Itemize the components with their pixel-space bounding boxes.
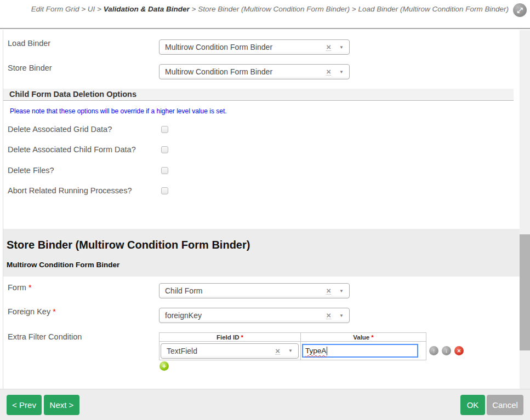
field-id-header-text: Field ID [216,334,240,341]
grid-header-row: Field ID* Value* [159,333,426,342]
plus-icon: + [162,362,167,370]
delete-grid-data-label: Delete Associated Grid Data? [8,125,112,134]
next-button[interactable]: Next > [44,395,79,415]
load-binder-label: Load Binder [8,39,50,48]
value-header-text: Value [353,334,369,341]
delete-child-form-data-checkbox[interactable] [161,146,168,153]
store-binder-section-band [3,229,520,277]
required-asterisk: * [371,334,373,341]
resize-dialog-button[interactable]: ⤢ [513,3,527,17]
foreign-key-label: Foreign Key * [8,307,56,316]
breadcrumb: Edit Form Grid > UI > Validation & Data … [16,4,509,14]
store-binder-label: Store Binder [8,64,52,72]
delete-grid-data-checkbox[interactable] [161,126,168,133]
store-binder-section-subtitle: Multirow Condition Form Binder [7,261,119,269]
scrollbar-thumb[interactable] [520,234,530,350]
chevron-down-icon[interactable]: ▼ [288,348,293,353]
foreign-key-select[interactable]: foreignKey × ▼ [159,308,350,323]
store-binder-section-title: Store Binder (Multirow Condition Form Bi… [7,239,250,251]
foreign-key-selected-value: foreignKey [165,311,326,320]
cancel-button[interactable]: Cancel [487,395,523,415]
clear-icon[interactable]: × [326,68,331,76]
field-id-select[interactable]: TextField × ▼ [161,343,299,359]
grid-header-field-id: Field ID* [159,333,300,341]
delete-files-label: Delete Files? [8,166,54,175]
footer-bar: < Prev Next > OK Cancel [0,389,530,420]
clear-icon[interactable]: × [326,287,331,295]
deletion-options-header: Child Form Data Deletion Options [3,89,514,101]
value-input-text: TypeA [305,347,326,355]
move-row-down-button[interactable]: ↓ [442,346,451,355]
grid-cell-value: TypeA [300,342,426,360]
required-asterisk: * [53,307,56,316]
scrollbar-track[interactable] [520,30,530,389]
abort-processes-checkbox[interactable] [161,187,168,194]
add-row-button[interactable]: + [159,361,169,371]
arrow-down-icon: ↓ [445,348,448,354]
store-binder-selected-value: Multirow Condition Form Binder [165,67,326,76]
panel-left-border [3,30,3,389]
clear-icon[interactable]: × [326,312,331,319]
chevron-down-icon[interactable]: ▼ [339,45,344,50]
foreign-key-label-text: Foreign Key [8,307,50,316]
delete-files-checkbox[interactable] [161,167,168,174]
load-binder-select[interactable]: Multirow Condition Form Binder × ▼ [159,39,350,55]
extra-filter-label: Extra Filter Condition [8,332,82,341]
breadcrumb-bar: Edit Form Grid > UI > Validation & Data … [0,0,530,29]
store-binder-select[interactable]: Multirow Condition Form Binder × ▼ [159,64,350,79]
grid-row: TextField × ▼ TypeA [159,342,426,360]
delete-row-button[interactable]: ✕ [454,346,464,355]
chevron-down-icon[interactable]: ▼ [339,70,344,74]
resize-icon: ⤢ [517,6,522,15]
ok-button[interactable]: OK [460,395,485,415]
grid-cell-field-id: TextField × ▼ [159,342,300,360]
breadcrumb-part3[interactable]: > Store Binder (Multirow Condition Form … [190,5,509,13]
form-selected-value: Child Form [165,286,326,295]
form-select[interactable]: Child Form × ▼ [159,283,350,298]
delete-icon: ✕ [457,348,461,354]
text-caret [327,347,327,355]
required-asterisk: * [29,283,32,292]
required-asterisk: * [241,334,243,341]
load-binder-selected-value: Multirow Condition Form Binder [165,43,326,51]
form-label: Form * [8,283,32,292]
prev-button[interactable]: < Prev [7,395,42,415]
grid-header-value: Value* [300,333,426,341]
property-dialog: Edit Form Grid > UI > Validation & Data … [0,0,530,420]
deletion-options-note: Please note that these options will be o… [10,107,227,115]
clear-icon[interactable]: × [326,43,331,51]
clear-icon[interactable]: × [275,347,280,355]
breadcrumb-current[interactable]: Validation & Data Binder [104,5,190,13]
field-id-selected-value: TextField [167,347,275,355]
delete-child-form-data-label: Delete Associated Child Form Data? [8,145,136,154]
breadcrumb-part1[interactable]: Edit Form Grid > UI > [31,5,104,13]
abort-processes-label: Abort Related Running Processes? [8,186,132,195]
chevron-down-icon[interactable]: ▼ [339,289,344,294]
form-label-text: Form [8,283,26,292]
chevron-down-icon[interactable]: ▼ [339,313,344,318]
extra-filter-grid: Field ID* Value* TextField × ▼ TypeA [159,332,426,360]
value-input[interactable]: TypeA [302,344,418,358]
arrow-up-icon: ↑ [432,348,435,354]
move-row-up-button[interactable]: ↑ [429,346,438,355]
